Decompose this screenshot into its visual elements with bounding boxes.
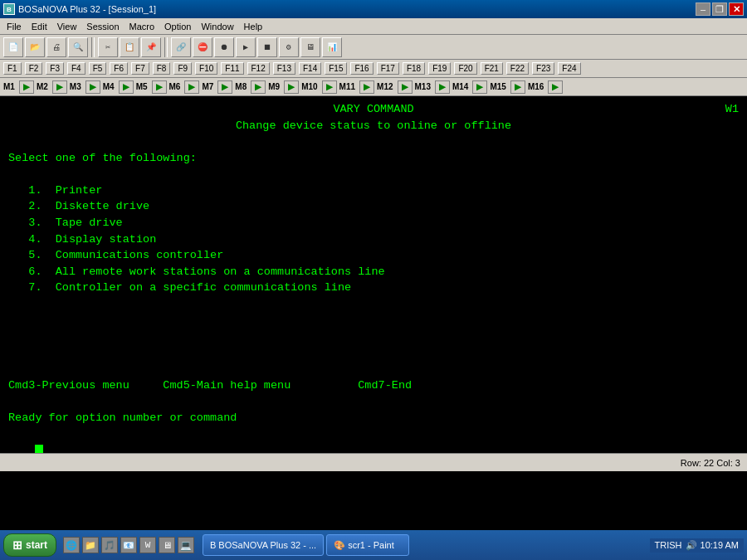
title-bar: B BOSaNOVA Plus 32 - [Session_1] – ❐ ✕	[0, 0, 747, 18]
macro-btn-m7[interactable]: ▶	[217, 80, 232, 94]
menu-help[interactable]: Help	[239, 21, 268, 32]
tb-new[interactable]: 📄	[3, 37, 23, 57]
fkey-f13[interactable]: F13	[273, 62, 295, 75]
fkey-f9[interactable]: F9	[173, 62, 192, 75]
macro-btn-m12[interactable]: ▶	[398, 80, 413, 94]
menu-edit[interactable]: Edit	[27, 21, 52, 32]
macro-btn-m5[interactable]: ▶	[152, 80, 167, 94]
macro-bar: M1 ▶ M2 ▶ M3 ▶ M4 ▶ M5 ▶ M6 ▶ M7 ▶ M8 ▶ …	[0, 78, 747, 96]
toolbar-separator-1	[91, 37, 95, 57]
fkey-f5[interactable]: F5	[89, 62, 107, 75]
restore-button[interactable]: ❐	[712, 2, 727, 16]
macro-label-m14: M14	[452, 82, 468, 91]
macro-label-m9: M9	[268, 82, 280, 91]
macro-btn-m3[interactable]: ▶	[85, 80, 100, 94]
start-button[interactable]: ⊞ start	[3, 533, 56, 557]
taskbar-extra2-icon[interactable]: 💻	[178, 537, 194, 553]
menu-bar: File Edit View Session Macro Option Wind…	[0, 18, 747, 35]
tb-open[interactable]: 📂	[25, 37, 45, 57]
fkey-f1[interactable]: F1	[3, 62, 22, 75]
macro-btn-m14[interactable]: ▶	[472, 80, 487, 94]
macro-btn-m6[interactable]: ▶	[184, 80, 199, 94]
macro-label-m16: M16	[528, 82, 544, 91]
menu-file[interactable]: File	[2, 21, 27, 32]
taskbar-explorer-icon[interactable]: 📁	[82, 537, 99, 553]
tb-paste[interactable]: 📌	[141, 37, 161, 57]
tb-preview[interactable]: 🔍	[68, 37, 88, 57]
taskbar-ie-icon[interactable]: 🌐	[63, 537, 80, 553]
fkey-f10[interactable]: F10	[195, 62, 217, 75]
tb-record[interactable]: ⏺	[214, 37, 234, 57]
terminal-position: W1	[593, 101, 739, 118]
fkey-f16[interactable]: F16	[350, 62, 373, 75]
menu-option[interactable]: Option	[159, 21, 196, 32]
macro-btn-m9[interactable]: ▶	[284, 80, 299, 94]
minimize-button[interactable]: –	[696, 2, 710, 16]
tb-print[interactable]: 🖨	[46, 37, 66, 57]
macro-btn-m13[interactable]: ▶	[435, 80, 450, 94]
tb-play[interactable]: ▶	[236, 37, 256, 57]
fkey-f24[interactable]: F24	[558, 62, 580, 75]
fkey-f3[interactable]: F3	[46, 62, 64, 75]
fkey-f19[interactable]: F19	[428, 62, 451, 75]
macro-btn-m16[interactable]: ▶	[548, 80, 563, 94]
taskbar-item-bosanova[interactable]: B BOSaNOVA Plus 32 - ...	[203, 534, 324, 556]
fkey-f8[interactable]: F8	[153, 62, 171, 75]
tb-settings[interactable]: ⚙	[279, 37, 299, 57]
fkey-f12[interactable]: F12	[247, 62, 270, 75]
macro-btn-m15[interactable]: ▶	[510, 80, 525, 94]
taskbar-word-icon[interactable]: W	[139, 537, 156, 553]
tb-extra1[interactable]: 🖥	[300, 37, 320, 57]
toolbar-separator-2	[164, 37, 168, 57]
terminal-area[interactable]: VARY COMMAND W1 Change device status to …	[0, 96, 747, 453]
terminal-blank4	[8, 312, 739, 329]
window-title: BOSaNOVA Plus 32 - [Session_1]	[18, 4, 156, 14]
fkey-f22[interactable]: F22	[506, 62, 529, 75]
macro-btn-m10[interactable]: ▶	[322, 80, 337, 94]
fkey-f4[interactable]: F4	[67, 62, 85, 75]
menu-session[interactable]: Session	[81, 21, 124, 32]
fkey-f20[interactable]: F20	[454, 62, 476, 75]
tb-cut[interactable]: ✂	[98, 37, 118, 57]
macro-label-m4: M4	[103, 82, 115, 91]
macro-btn-m1[interactable]: ▶	[19, 80, 34, 94]
fkey-f11[interactable]: F11	[221, 62, 243, 75]
system-tray: TRISH 🔊 10:19 AM	[650, 538, 744, 553]
macro-btn-m4[interactable]: ▶	[119, 80, 134, 94]
terminal-input-line[interactable]	[8, 426, 739, 453]
taskbar-mail-icon[interactable]: 📧	[120, 537, 137, 553]
fkey-f6[interactable]: F6	[110, 62, 128, 75]
terminal-menu-6: 6. All remote work stations on a communi…	[8, 264, 739, 280]
tb-disconnect[interactable]: ⛔	[193, 37, 212, 57]
row-col-display: Row: 22 Col: 3	[681, 458, 740, 468]
macro-btn-m2[interactable]: ▶	[52, 80, 67, 94]
tb-connect[interactable]: 🔗	[171, 37, 191, 57]
fkey-f2[interactable]: F2	[25, 62, 43, 75]
close-button[interactable]: ✕	[729, 2, 744, 16]
macro-label-m5: M5	[136, 82, 148, 91]
macro-btn-m11[interactable]: ▶	[359, 80, 374, 94]
tb-copy[interactable]: 📋	[120, 37, 139, 57]
macro-label-m6: M6	[169, 82, 181, 91]
fkey-f18[interactable]: F18	[403, 62, 425, 75]
fkey-f7[interactable]: F7	[131, 62, 149, 75]
fkey-f23[interactable]: F23	[532, 62, 554, 75]
menu-view[interactable]: View	[52, 21, 82, 32]
taskbar-item-paint[interactable]: 🎨 scr1 - Paint	[326, 534, 409, 556]
terminal-menu-5: 5. Communications controller	[8, 247, 739, 264]
macro-label-m7: M7	[202, 82, 213, 91]
tb-extra2[interactable]: 📊	[322, 37, 342, 57]
menu-macro[interactable]: Macro	[124, 21, 160, 32]
taskbar-media-icon[interactable]: 🎵	[101, 537, 118, 553]
terminal-cmd-line: Cmd3-Previous menu Cmd5-Main help menu C…	[8, 377, 739, 394]
macro-btn-m8[interactable]: ▶	[251, 80, 266, 94]
status-bar: Row: 22 Col: 3	[0, 453, 747, 471]
fkey-f17[interactable]: F17	[377, 62, 399, 75]
fkey-f15[interactable]: F15	[325, 62, 347, 75]
fkey-f14[interactable]: F14	[299, 62, 321, 75]
macro-label-m11: M11	[339, 82, 355, 91]
fkey-f21[interactable]: F21	[481, 62, 503, 75]
taskbar-extra-icon[interactable]: 🖥	[159, 537, 175, 553]
tb-stop[interactable]: ⏹	[257, 37, 277, 57]
menu-window[interactable]: Window	[196, 21, 238, 32]
